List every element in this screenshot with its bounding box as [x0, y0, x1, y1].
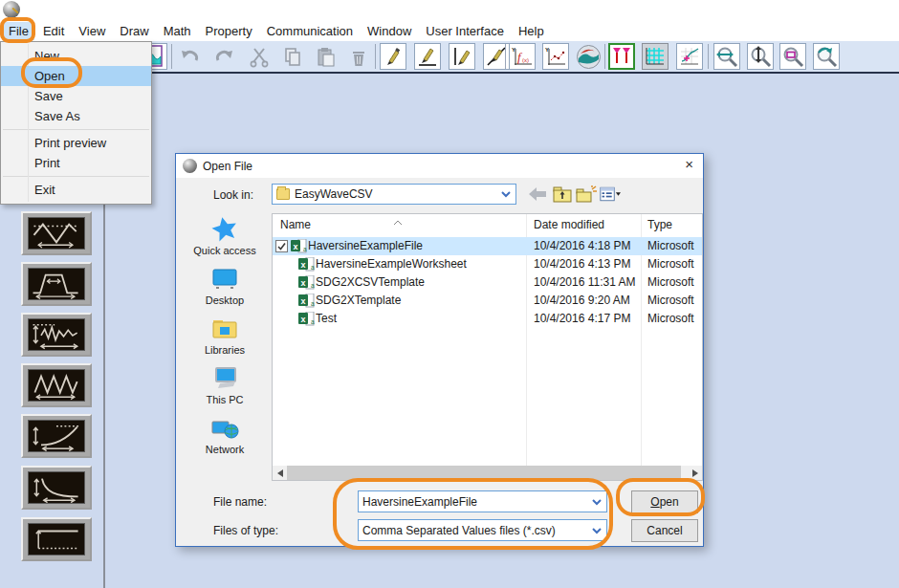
- file-menu-exit[interactable]: Exit: [1, 180, 151, 200]
- file-row[interactable]: xa Test 10/4/2016 4:17 PM Microsoft: [273, 310, 702, 328]
- excel-csv-file-icon: xa: [291, 239, 307, 253]
- cut-icon[interactable]: [246, 43, 273, 70]
- markers-icon[interactable]: [608, 43, 635, 70]
- column-header-type[interactable]: Type: [647, 218, 672, 231]
- desktop-icon: [210, 265, 239, 294]
- look-in-combobox[interactable]: EasyWaveCSV: [272, 184, 516, 205]
- svg-text:x: x: [293, 242, 297, 251]
- svg-text:Y: Y: [512, 47, 515, 53]
- copy-icon[interactable]: [279, 43, 306, 70]
- preview-chart-icon[interactable]: [676, 43, 703, 70]
- menu-draw[interactable]: Draw: [114, 22, 154, 40]
- svg-text:a: a: [311, 282, 315, 289]
- checkbox-checked[interactable]: [275, 240, 288, 252]
- sidebar-sawtooth-wave-button[interactable]: [21, 363, 92, 407]
- sidebar-noise-wave-button[interactable]: [21, 313, 92, 357]
- redo-icon[interactable]: [211, 43, 238, 70]
- scrollbar-thumb[interactable]: [287, 466, 681, 480]
- zoom-horizontal-icon[interactable]: [713, 43, 740, 70]
- file-menu-print-preview[interactable]: Print preview: [1, 133, 151, 153]
- chevron-down-icon[interactable]: [500, 187, 512, 201]
- back-icon[interactable]: [527, 184, 548, 205]
- file-row[interactable]: xa SDG2XTemplate 10/4/2016 9:20 AM Micro…: [273, 292, 702, 310]
- menu-edit[interactable]: Edit: [37, 22, 70, 40]
- file-date: 10/4/2016 4:13 PM: [534, 257, 630, 271]
- svg-text:x: x: [300, 278, 305, 288]
- svg-text:a: a: [311, 264, 315, 271]
- up-one-level-icon[interactable]: [552, 184, 573, 205]
- menu-file[interactable]: File: [3, 22, 34, 40]
- quick-access-icon: [210, 215, 239, 244]
- svg-text:a: a: [303, 246, 307, 252]
- file-menu-print[interactable]: Print: [1, 153, 151, 173]
- scroll-left-icon[interactable]: [273, 466, 287, 480]
- new-folder-icon[interactable]: [576, 184, 597, 205]
- file-name: HaversineExampleWorksheet: [316, 257, 467, 271]
- file-type: Microsoft: [647, 275, 694, 289]
- column-header-name[interactable]: Name: [280, 218, 311, 231]
- point-editor-icon[interactable]: Y: [542, 43, 569, 70]
- menu-user-interface[interactable]: User Interface: [420, 22, 510, 40]
- file-row-selected[interactable]: xa HaversineExampleFile 10/4/2016 4:18 P…: [273, 237, 702, 255]
- files-of-type-combobox[interactable]: Comma Separated Values files (*.csv): [358, 519, 607, 541]
- place-desktop[interactable]: Desktop: [206, 265, 244, 306]
- file-name-combobox[interactable]: HaversineExampleFile: [358, 490, 607, 512]
- menu-help[interactable]: Help: [513, 22, 550, 40]
- file-menu-new[interactable]: New: [1, 46, 151, 66]
- file-name: HaversineExampleFile: [308, 239, 423, 252]
- menu-math[interactable]: Math: [158, 22, 197, 40]
- menu-view[interactable]: View: [73, 22, 111, 40]
- chevron-down-icon[interactable]: [591, 524, 603, 537]
- zoom-vertical-icon[interactable]: [747, 43, 774, 70]
- sidebar-exponential-decay-button[interactable]: [21, 466, 92, 510]
- menu-property[interactable]: Property: [200, 22, 258, 40]
- column-header-date-modified[interactable]: Date modified: [534, 218, 604, 231]
- menu-window[interactable]: Window: [362, 22, 417, 40]
- files-of-type-label: Files of type:: [213, 524, 278, 537]
- place-this-pc[interactable]: This PC: [206, 364, 243, 405]
- dialog-titlebar[interactable]: Open File ×: [176, 154, 703, 178]
- send-waveform-icon[interactable]: [575, 43, 602, 70]
- draw-vertical-line-icon[interactable]: [449, 43, 475, 70]
- trapezoid-wave-icon: [28, 268, 85, 300]
- file-row[interactable]: xa SDG2XCSVTemplate 10/4/2016 11:31 AM M…: [273, 273, 702, 292]
- close-icon[interactable]: ×: [685, 156, 693, 172]
- file-menu-dropdown: New Open Save Save As Print preview Prin…: [0, 41, 152, 205]
- file-type: Microsoft: [647, 257, 694, 271]
- sidebar-exponential-rise-button[interactable]: [21, 414, 92, 458]
- toolbar-separator: [171, 44, 172, 69]
- place-libraries[interactable]: Libraries: [205, 315, 245, 356]
- sort-ascending-icon[interactable]: [393, 215, 403, 229]
- place-network[interactable]: Network: [206, 414, 244, 455]
- grid-icon[interactable]: [642, 43, 669, 70]
- view-menu-icon[interactable]: [600, 184, 621, 205]
- delete-icon[interactable]: [345, 43, 372, 70]
- sidebar-triangle-wave-button[interactable]: [21, 211, 92, 255]
- open-button[interactable]: Open: [631, 490, 698, 513]
- scroll-right-icon[interactable]: [688, 466, 702, 480]
- horizontal-scrollbar[interactable]: [273, 466, 702, 480]
- svg-text:x: x: [300, 260, 305, 270]
- sidebar-dc-level-button[interactable]: [21, 517, 92, 561]
- menu-separator: [3, 176, 149, 177]
- equation-editor-icon[interactable]: Yf(x): [509, 43, 536, 70]
- zoom-window-icon[interactable]: [779, 43, 806, 70]
- window-titlebar: [0, 0, 899, 20]
- menu-communication[interactable]: Communication: [261, 22, 359, 40]
- file-menu-open[interactable]: Open: [1, 66, 151, 86]
- undo-icon[interactable]: [176, 43, 203, 70]
- file-type: Microsoft: [647, 239, 694, 252]
- paste-icon[interactable]: [313, 43, 340, 70]
- menu-separator: [3, 129, 149, 130]
- chevron-down-icon[interactable]: [591, 495, 603, 509]
- file-menu-save[interactable]: Save: [1, 86, 151, 106]
- cancel-button[interactable]: Cancel: [631, 519, 698, 542]
- zoom-previous-icon[interactable]: [813, 43, 840, 70]
- file-row[interactable]: xa HaversineExampleWorksheet 10/4/2016 4…: [273, 255, 702, 273]
- draw-freehand-icon[interactable]: [380, 43, 406, 70]
- svg-text:a: a: [311, 318, 315, 325]
- file-menu-save-as[interactable]: Save As: [1, 106, 151, 126]
- draw-horizontal-line-icon[interactable]: [414, 43, 441, 70]
- place-quick-access[interactable]: Quick access: [193, 215, 255, 256]
- sidebar-trapezoid-wave-button[interactable]: [21, 262, 92, 306]
